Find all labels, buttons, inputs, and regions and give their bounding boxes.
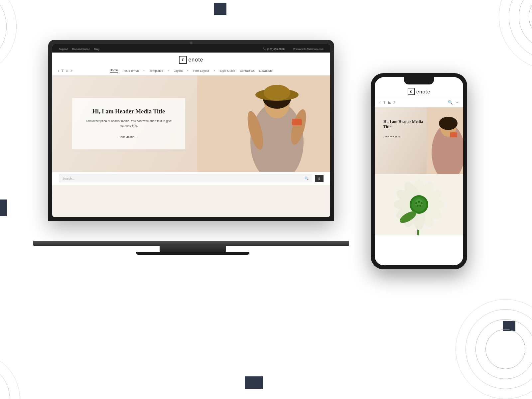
- topbar-email: ✉ example@domain.com: [293, 48, 324, 51]
- phone-social-f[interactable]: f: [379, 101, 380, 104]
- site-logo: C enote: [179, 56, 203, 64]
- hero-person-svg: [197, 75, 330, 172]
- hero-content: Hi, I am Header Media Title I am descrip…: [72, 98, 185, 149]
- phone-social-t[interactable]: 𝕋: [383, 101, 385, 104]
- logo-box: C: [179, 56, 187, 64]
- laptop-screen: Support Documentation Blog 📞 (123)456-78…: [52, 44, 330, 217]
- deco-square-top: [214, 3, 226, 15]
- laptop-camera: [190, 42, 193, 44]
- svg-point-12: [439, 117, 458, 130]
- nav-layout[interactable]: Layout: [174, 69, 183, 72]
- laptop-base: [160, 245, 226, 252]
- nav-contact[interactable]: Contact Us: [240, 69, 255, 72]
- phone-menu-icon[interactable]: ≡: [456, 100, 459, 105]
- search-placeholder: Search...: [63, 177, 74, 180]
- nav-social: f 𝕋 in 𝐏: [58, 69, 72, 73]
- nav-home[interactable]: Home: [110, 68, 118, 73]
- nav-post-format[interactable]: Post Format: [122, 69, 139, 72]
- site-topbar: Support Documentation Blog 📞 (123)456-78…: [52, 44, 330, 53]
- nav-download[interactable]: Download: [259, 69, 273, 72]
- nav-post-layout[interactable]: Post Layout: [193, 69, 209, 72]
- topbar-docs[interactable]: Documentation: [72, 48, 90, 51]
- nav-row: f 𝕋 in 𝐏 Home Post Format ▾ Templates ▾ …: [52, 66, 330, 75]
- hero-section: Hi, I am Header Media Title I am descrip…: [52, 75, 330, 172]
- social-facebook[interactable]: f: [58, 69, 59, 72]
- phone-nav-row: f 𝕋 in 𝐏 🔍 ≡: [375, 98, 463, 107]
- svg-point-5: [264, 85, 290, 101]
- phone-mockup: C enote f 𝕋 in 𝐏 🔍 ≡: [371, 73, 467, 269]
- topbar-support[interactable]: Support: [59, 48, 68, 51]
- phone-hero: Hi, I am Header Media Title Take action …: [375, 107, 463, 174]
- topbar-phone: 📞 (123)456-7890: [263, 48, 285, 51]
- phone-social-p[interactable]: 𝐏: [393, 101, 395, 105]
- phone-body: C enote f 𝕋 in 𝐏 🔍 ≡: [371, 73, 467, 269]
- topbar-right: 📞 (123)456-7890 ✉ example@domain.com: [259, 45, 324, 51]
- search-submit[interactable]: S: [315, 175, 324, 182]
- search-icon[interactable]: 🔍: [305, 177, 309, 180]
- deco-square-left: [0, 200, 7, 216]
- phone-person-svg: [427, 107, 463, 174]
- phone-logo-box: C: [408, 88, 415, 95]
- svg-point-34: [419, 205, 421, 207]
- phone-social-icons: f 𝕋 in 𝐏: [379, 101, 395, 105]
- social-linkedin[interactable]: in: [66, 69, 68, 72]
- deco-square-bottom: [245, 376, 263, 389]
- svg-rect-13: [450, 132, 457, 137]
- phone-screen: C enote f 𝕋 in 𝐏 🔍 ≡: [375, 77, 463, 265]
- flower-svg: [375, 174, 463, 235]
- nav-templates[interactable]: Templates: [149, 69, 163, 72]
- svg-point-35: [417, 205, 419, 207]
- hero-title: Hi, I am Header Media Title: [85, 108, 172, 115]
- hero-button[interactable]: Take action →: [119, 135, 138, 139]
- svg-rect-8: [292, 119, 302, 125]
- svg-point-32: [418, 201, 420, 203]
- phone-logo-text: enote: [416, 89, 431, 94]
- logo-text: enote: [188, 57, 203, 63]
- phone-hero-image: [427, 107, 463, 174]
- topbar-blog[interactable]: Blog: [94, 48, 99, 51]
- social-twitter[interactable]: 𝕋: [62, 69, 64, 72]
- phone-hero-title: Hi, I am Header Media Title: [383, 119, 426, 129]
- phone-hero-button[interactable]: Take action →: [383, 135, 400, 138]
- phone-notch: [404, 77, 434, 84]
- phone-hero-content: Hi, I am Header Media Title Take action …: [378, 114, 431, 144]
- laptop-mockup: Support Documentation Blog 📞 (123)456-78…: [48, 40, 337, 246]
- topbar-left: Support Documentation Blog: [59, 45, 103, 51]
- hero-image: [197, 75, 330, 172]
- site-search-bar: Search... 🔍 S: [52, 172, 330, 185]
- svg-point-31: [415, 202, 417, 204]
- laptop-body: Support Documentation Blog 📞 (123)456-78…: [48, 40, 334, 221]
- phone-flower-section: [375, 174, 463, 235]
- phone-search-icon[interactable]: 🔍: [448, 100, 453, 105]
- laptop-feet: [136, 252, 249, 255]
- phone-logo: C enote: [408, 88, 431, 95]
- nav-style-guide[interactable]: Style Guide: [220, 69, 235, 72]
- phone-nav-icons: 🔍 ≡: [448, 100, 459, 105]
- hero-desc: I am description of header media. You ca…: [85, 119, 172, 128]
- phone-social-in[interactable]: in: [388, 101, 391, 104]
- svg-point-33: [421, 202, 423, 204]
- site-header: C enote: [52, 53, 330, 66]
- social-pinterest[interactable]: 𝐏: [70, 69, 72, 73]
- nav-links: Home Post Format ▾ Templates ▾ Layout ▾ …: [110, 68, 273, 73]
